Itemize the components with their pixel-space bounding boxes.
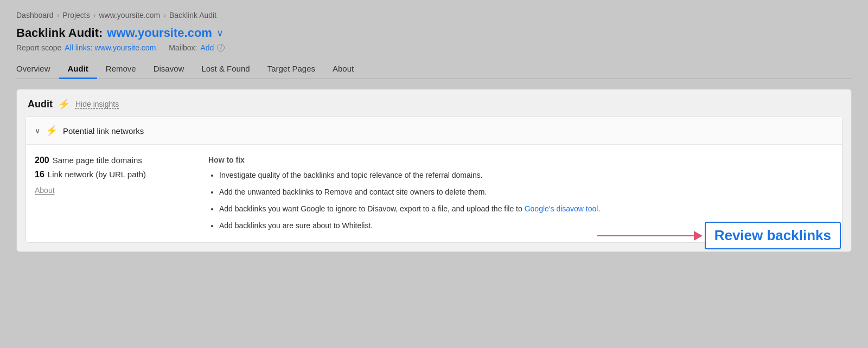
tab-remove[interactable]: Remove [97, 60, 145, 79]
breadcrumb-current: Backlink Audit [169, 11, 216, 20]
how-to-fix-title: How to fix [208, 156, 833, 164]
bolt-icon: ⚡ [58, 98, 70, 110]
card-title: Potential link networks [63, 126, 144, 136]
review-backlinks-callout: Review backlinks [597, 222, 841, 249]
arrow-tip-icon [694, 231, 703, 241]
mailbox-add-link[interactable]: Add [200, 43, 214, 52]
audit-title: Audit [28, 99, 53, 110]
page-title-domain[interactable]: www.yoursite.com [107, 26, 212, 40]
report-scope-label: Report scope [16, 43, 61, 52]
arrow-shaft [597, 235, 694, 236]
breadcrumb-sep-2: › [93, 11, 96, 20]
insights-card-header: ∨ ⚡ Potential link networks [26, 117, 842, 145]
mailbox-label: Mailbox: [169, 43, 197, 52]
tab-overview[interactable]: Overview [16, 60, 59, 79]
tab-audit[interactable]: Audit [59, 60, 97, 79]
nav-tabs: Overview Audit Remove Disavow Lost & Fou… [16, 60, 852, 79]
tab-lost-found[interactable]: Lost & Found [193, 60, 258, 79]
tab-target-pages[interactable]: Target Pages [259, 60, 324, 79]
card-bolt-icon: ⚡ [46, 125, 58, 137]
breadcrumb-projects[interactable]: Projects [62, 11, 90, 20]
page-title-static: Backlink Audit: [16, 26, 103, 40]
stat-number-2: 16 [35, 170, 44, 179]
report-scope-link[interactable]: All links: www.yoursite.com [65, 43, 156, 52]
bullet-3: Add backlinks you want Google to ignore … [219, 203, 833, 215]
breadcrumb-dashboard[interactable]: Dashboard [16, 11, 54, 20]
dropdown-chevron-icon[interactable]: ∨ [216, 27, 224, 39]
stat-label-1: Same page title domains [53, 156, 142, 165]
bullet-1: Investigate quality of the backlinks and… [219, 170, 833, 181]
report-scope-row: Report scope All links: www.yoursite.com… [16, 43, 852, 52]
stat-number-1: 200 [35, 156, 49, 165]
how-to-fix-column: How to fix Investigate quality of the ba… [208, 156, 833, 231]
breadcrumb-sep-1: › [57, 11, 60, 20]
audit-section-header: Audit ⚡ Hide insights [17, 89, 851, 117]
breadcrumb-site[interactable]: www.yoursite.com [99, 11, 160, 20]
disavow-tool-link[interactable]: Google's disavow tool [525, 204, 598, 213]
info-icon[interactable]: i [217, 44, 225, 51]
page-title-row: Backlink Audit: www.yoursite.com ∨ [16, 26, 852, 40]
tab-about[interactable]: About [324, 60, 362, 79]
breadcrumb-sep-3: › [163, 11, 166, 20]
bullet-2: Add the unwanted backlinks to Remove and… [219, 186, 833, 198]
stat-label-2: Link network (by URL path) [48, 170, 146, 179]
tab-disavow[interactable]: Disavow [145, 60, 193, 79]
stat-row-1: 200 Same page title domains [35, 156, 187, 165]
chevron-down-icon[interactable]: ∨ [35, 126, 40, 135]
about-link[interactable]: About [35, 186, 55, 195]
stats-column: 200 Same page title domains 16 Link netw… [35, 156, 187, 231]
breadcrumb: Dashboard › Projects › www.yoursite.com … [16, 11, 852, 20]
review-backlinks-label: Review backlinks [705, 222, 841, 249]
stat-row-2: 16 Link network (by URL path) [35, 170, 187, 179]
hide-insights-link[interactable]: Hide insights [75, 100, 119, 108]
